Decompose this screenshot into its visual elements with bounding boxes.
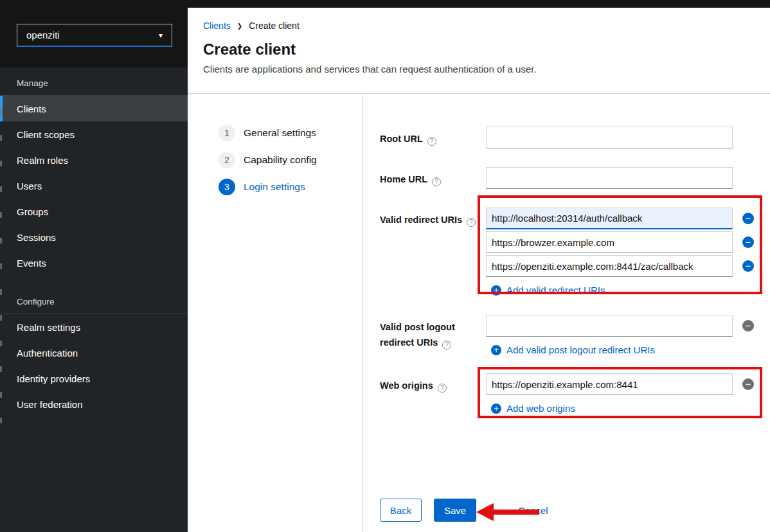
step-number-badge: 3 — [219, 179, 235, 195]
sidebar-item-user-federation[interactable]: User federation — [0, 391, 188, 417]
redirect-uri-input-3[interactable] — [486, 255, 733, 277]
field-web-origins: Web origins? − + Add web origins — [380, 373, 770, 414]
help-icon[interactable]: ? — [467, 218, 476, 227]
sidebar-item-users[interactable]: Users — [0, 173, 188, 199]
remove-redirect-uri-2-button[interactable]: − — [742, 236, 754, 248]
login-settings-form: Root URL? Home URL? — [363, 94, 770, 532]
caret-down-icon: ▾ — [159, 31, 163, 40]
sidebar-item-events[interactable]: Events — [0, 250, 188, 276]
field-label: Root URL? — [380, 127, 486, 150]
realm-selector-dropdown[interactable]: openziti ▾ — [17, 24, 172, 47]
sidebar-item-clients[interactable]: Clients — [0, 96, 188, 121]
home-url-input[interactable] — [486, 167, 733, 189]
cancel-link[interactable]: Cancel — [518, 505, 548, 516]
page-subtitle: Clients are applications and services th… — [203, 64, 755, 75]
step-number-badge: 2 — [219, 152, 235, 168]
minus-icon: − — [746, 213, 751, 223]
keycloak-create-client-page: openziti ▾ Manage Clients Client scopes … — [0, 0, 770, 532]
remove-web-origin-button[interactable]: − — [742, 378, 754, 390]
post-logout-label-line2: redirect URIs — [380, 337, 438, 348]
plus-icon: + — [491, 345, 501, 355]
step-number-badge: 1 — [219, 125, 235, 141]
post-logout-label-line1: Valid post logout — [380, 322, 455, 332]
step-label: General settings — [244, 127, 316, 139]
field-label: Home URL? — [380, 167, 486, 191]
minus-icon: − — [746, 261, 751, 270]
sidebar-item-identity-providers[interactable]: Identity providers — [0, 366, 188, 391]
add-post-logout-redirect-uris-link[interactable]: + Add valid post logout redirect URIs — [491, 344, 655, 355]
remove-post-logout-uri-button[interactable]: − — [742, 320, 754, 332]
field-label: Web origins? — [380, 373, 486, 414]
page-header: Clients ❯ Create client Create client Cl… — [188, 8, 770, 94]
nav-section-manage: Manage — [0, 67, 188, 96]
sidebar-item-authentication[interactable]: Authentication — [0, 340, 188, 366]
realm-name: openziti — [26, 30, 60, 40]
wizard-steps-nav: 1 General settings 2 Capability config 3… — [188, 94, 363, 532]
wizard-step-general-settings[interactable]: 1 General settings — [219, 125, 363, 141]
remove-redirect-uri-1-button[interactable]: − — [742, 213, 754, 224]
help-icon[interactable]: ? — [442, 341, 451, 350]
field-valid-post-logout-redirect-uris: Valid post logout redirect URIs? − + Add… — [380, 315, 770, 355]
sidebar-item-realm-roles[interactable]: Realm roles — [0, 147, 188, 173]
field-valid-redirect-uris: Valid redirect URIs? − − − — [380, 208, 770, 296]
masthead-bar — [0, 0, 770, 8]
field-label: Valid post logout redirect URIs? — [380, 315, 486, 355]
back-button[interactable]: Back — [380, 499, 422, 522]
field-label: Valid redirect URIs? — [380, 208, 486, 296]
nav-section-configure: Configure — [0, 286, 188, 314]
breadcrumb-current: Create client — [249, 21, 300, 31]
save-button[interactable]: Save — [434, 499, 476, 522]
sidebar-item-sessions[interactable]: Sessions — [0, 224, 188, 250]
chevron-right-icon: ❯ — [237, 22, 242, 30]
minus-icon: − — [746, 321, 751, 330]
breadcrumb-clients-link[interactable]: Clients — [203, 21, 231, 31]
sidebar: openziti ▾ Manage Clients Client scopes … — [0, 8, 188, 532]
add-valid-redirect-uris-link[interactable]: + Add valid redirect URIs — [491, 285, 605, 296]
redirect-uri-input-2[interactable] — [486, 231, 733, 253]
plus-icon: + — [491, 403, 501, 414]
web-origins-input[interactable] — [486, 373, 733, 395]
add-web-origins-link[interactable]: + Add web origins — [491, 403, 575, 414]
minus-icon: − — [746, 237, 751, 247]
sidebar-item-groups[interactable]: Groups — [0, 199, 188, 224]
help-icon[interactable]: ? — [427, 137, 436, 146]
step-label: Capability config — [244, 154, 317, 166]
sidebar-nav: Manage Clients Client scopes Realm roles… — [0, 67, 188, 532]
add-link-label: Add web origins — [506, 403, 575, 414]
help-icon[interactable]: ? — [432, 177, 441, 186]
plus-icon: + — [491, 285, 501, 296]
redirect-uri-input-1[interactable] — [486, 208, 733, 229]
post-logout-redirect-uri-input[interactable] — [486, 315, 733, 337]
wizard-step-capability-config[interactable]: 2 Capability config — [219, 152, 363, 168]
sidebar-scrollbar[interactable] — [0, 109, 2, 443]
help-icon[interactable]: ? — [438, 384, 447, 393]
wizard-step-login-settings[interactable]: 3 Login settings — [219, 179, 363, 195]
add-link-label: Add valid post logout redirect URIs — [506, 344, 655, 355]
wizard-footer: Back Save Cancel — [380, 499, 770, 522]
field-root-url: Root URL? — [380, 127, 770, 150]
web-origins-label: Web origins — [380, 380, 433, 391]
home-url-label: Home URL — [380, 174, 427, 184]
sidebar-item-client-scopes[interactable]: Client scopes — [0, 121, 188, 147]
step-label: Login settings — [244, 181, 305, 193]
breadcrumb: Clients ❯ Create client — [203, 21, 755, 31]
main-content: Clients ❯ Create client Create client Cl… — [188, 8, 770, 532]
field-home-url: Home URL? — [380, 167, 770, 191]
add-link-label: Add valid redirect URIs — [506, 285, 605, 296]
valid-redirect-uris-label: Valid redirect URIs — [380, 215, 462, 225]
page-title: Create client — [203, 40, 755, 58]
wizard-body: 1 General settings 2 Capability config 3… — [188, 94, 770, 532]
root-url-label: Root URL — [380, 134, 423, 144]
remove-redirect-uri-3-button[interactable]: − — [742, 260, 754, 272]
root-url-input[interactable] — [486, 127, 733, 148]
minus-icon: − — [746, 379, 751, 389]
sidebar-item-realm-settings[interactable]: Realm settings — [0, 314, 188, 340]
